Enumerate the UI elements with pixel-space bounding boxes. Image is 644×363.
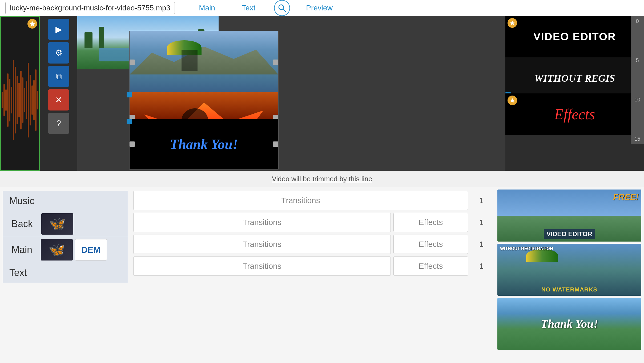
sidebar-music-button[interactable]: Music bbox=[3, 191, 128, 211]
overlay-videoeditor[interactable]: VIDEO EDITOR bbox=[505, 16, 644, 57]
pin-icon-1 bbox=[510, 20, 515, 26]
transition-btn-3[interactable]: Transitions bbox=[133, 235, 391, 254]
controls-panel: ▶ ⚙ ⧉ ✕ ? bbox=[40, 16, 77, 171]
transition-btn-2[interactable]: Transitions bbox=[133, 213, 391, 232]
preview-nowatermarks: NO WATERMARKS bbox=[541, 286, 598, 293]
timeline-clips: Thank You! bbox=[77, 16, 505, 171]
waveform-area bbox=[0, 16, 40, 171]
thumbnail-butterfly-1: 🦋 bbox=[41, 213, 73, 235]
timeline-ruler: 0 5 10 15 bbox=[631, 16, 644, 144]
tab-main[interactable]: Main bbox=[196, 3, 218, 13]
filename-display: lucky-me-background-music-for-video-5755… bbox=[5, 2, 175, 14]
overlay-effects[interactable]: Effects bbox=[505, 93, 644, 135]
svg-line-1 bbox=[283, 9, 286, 12]
thankyou-text: Thank You! bbox=[170, 136, 238, 152]
transition-row-4: Transitions Effects 1 bbox=[133, 257, 492, 276]
trim-notice-bar: Video will be trimmed by this line bbox=[0, 171, 644, 187]
ruler-15: 15 bbox=[632, 136, 643, 142]
trim-notice: Video will be trimmed by this line bbox=[272, 175, 372, 183]
scroll-handle-left[interactable] bbox=[130, 60, 135, 65]
blue-handle-1[interactable] bbox=[127, 92, 132, 97]
ruler-10: 10 bbox=[632, 97, 643, 103]
num-4: 1 bbox=[471, 262, 492, 271]
videoeditor-text: VIDEO EDITOR bbox=[533, 31, 616, 43]
preview-free-badge: FREE! bbox=[613, 192, 639, 202]
bottom-section: Music Back 🦋 Main 🦋 DEM Text bbox=[0, 187, 644, 363]
preview-windreg: WITHOUT REGISTRATION bbox=[500, 246, 553, 251]
effects-btn-3[interactable]: Effects bbox=[393, 235, 468, 254]
butterfly-icon-2: 🦋 bbox=[49, 242, 65, 258]
pin-icon-overlay2[interactable] bbox=[508, 96, 517, 105]
play-icon: ▶ bbox=[55, 24, 62, 34]
effects-btn-4[interactable]: Effects bbox=[393, 257, 468, 276]
num-2: 1 bbox=[471, 218, 492, 227]
copy-button[interactable]: ⧉ bbox=[48, 66, 69, 87]
scroll-handle-ty-right[interactable] bbox=[273, 141, 278, 147]
num-3: 1 bbox=[471, 240, 492, 249]
preview-thankyou-text: Thank You! bbox=[541, 317, 598, 331]
withoutreg-text: WITHOUT REGIS bbox=[534, 72, 615, 84]
app-wrapper: lucky-me-background-music-for-video-5755… bbox=[0, 0, 644, 363]
scroll-handle-ty-left[interactable] bbox=[130, 141, 135, 147]
scroll-handle-right[interactable] bbox=[273, 60, 278, 65]
tab-text[interactable]: Text bbox=[239, 3, 258, 13]
ruler-0: 0 bbox=[632, 18, 643, 24]
clip-thankyou[interactable]: Thank You! bbox=[129, 119, 279, 169]
effects-text: Effects bbox=[554, 106, 595, 123]
svg-point-0 bbox=[279, 5, 284, 10]
left-sidebar: Music Back 🦋 Main 🦋 DEM Text bbox=[0, 187, 131, 363]
effects-btn-2[interactable]: Effects bbox=[393, 213, 468, 232]
thumbnail-butterfly-2: 🦋 bbox=[41, 239, 73, 261]
transition-btn-1[interactable]: Transitions bbox=[133, 191, 468, 210]
butterfly-icon-1: 🦋 bbox=[49, 216, 66, 232]
preview-panel: FREE! VIDEO EDITOR NO WATERMARKS WITHOUT… bbox=[495, 187, 644, 363]
text-overlays-panel: VIDEO EDITOR WITHOUT REGIS Effects bbox=[505, 16, 644, 171]
ruler-5: 5 bbox=[632, 57, 643, 64]
play-button[interactable]: ▶ bbox=[48, 19, 69, 40]
help-button[interactable]: ? bbox=[48, 113, 69, 134]
overlay-withoutreg[interactable]: WITHOUT REGIS bbox=[505, 57, 644, 99]
preview-frame-3: Thank You! bbox=[497, 298, 641, 350]
preview-frame-2: NO WATERMARKS WITHOUT REGISTRATION bbox=[497, 244, 641, 296]
transition-row-2: Transitions Effects 1 bbox=[133, 213, 492, 232]
preview-frame-1: FREE! VIDEO EDITOR bbox=[497, 190, 641, 242]
preview-label[interactable]: Preview bbox=[306, 4, 333, 12]
transition-btn-4[interactable]: Transitions bbox=[133, 257, 391, 276]
sidebar-text-button[interactable]: Text bbox=[3, 263, 128, 283]
search-button[interactable] bbox=[274, 0, 290, 16]
search-icon bbox=[278, 4, 286, 12]
settings-icon: ⚙ bbox=[55, 48, 63, 58]
transitions-area: Transitions 1 Transitions Effects 1 Tran… bbox=[131, 187, 495, 363]
sidebar-main-button[interactable]: Main bbox=[5, 242, 39, 258]
num-1: 1 bbox=[471, 196, 492, 205]
waveform-visual bbox=[1, 17, 39, 170]
clip-paraglider[interactable] bbox=[129, 31, 279, 93]
editor-area: ▶ ⚙ ⧉ ✕ ? bbox=[0, 16, 644, 171]
pin-icon-overlay1[interactable] bbox=[508, 18, 517, 28]
settings-button[interactable]: ⚙ bbox=[48, 42, 69, 64]
header: lucky-me-background-music-for-video-5755… bbox=[0, 0, 644, 16]
delete-button[interactable]: ✕ bbox=[48, 89, 69, 111]
thumbnail-dem: DEM bbox=[75, 239, 107, 261]
sidebar-back-button[interactable]: Back bbox=[5, 216, 39, 232]
help-icon: ? bbox=[56, 119, 61, 128]
delete-icon: ✕ bbox=[55, 95, 62, 105]
blue-handle-2[interactable] bbox=[127, 119, 132, 124]
copy-icon: ⧉ bbox=[56, 72, 62, 81]
transition-row-3: Transitions Effects 1 bbox=[133, 235, 492, 254]
preview-videoeditor-label: VIDEO EDITOR bbox=[544, 229, 595, 239]
header-tabs: Main Text bbox=[196, 3, 258, 13]
pin-icon-2 bbox=[510, 98, 515, 103]
transition-row-1: Transitions 1 bbox=[133, 191, 492, 210]
